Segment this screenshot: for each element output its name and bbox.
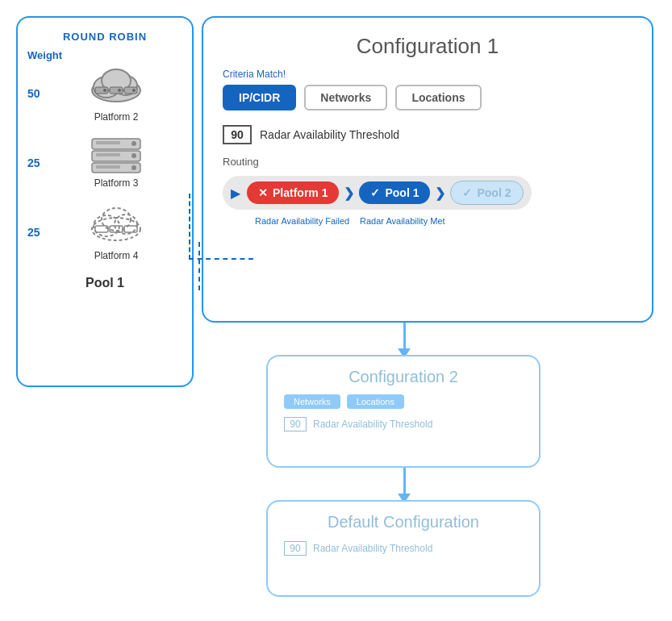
pool-name: Pool 1 bbox=[27, 276, 182, 290]
default-panel: Default Configuration 90 Radar Availabil… bbox=[266, 500, 541, 597]
platform-2-icon-area: Platform 2 bbox=[50, 65, 182, 123]
pool2-label: Pool 2 bbox=[477, 186, 511, 199]
config2-threshold-row: 90 Radar Availability Threshold bbox=[284, 417, 523, 431]
svg-rect-18 bbox=[96, 165, 120, 169]
svg-point-15 bbox=[131, 165, 136, 170]
config2-threshold-label: Radar Availability Threshold bbox=[313, 419, 432, 430]
threshold-value: 90 bbox=[223, 125, 252, 144]
svg-point-7 bbox=[103, 89, 106, 92]
routing-node-pool2: ✓ Pool 2 bbox=[450, 181, 523, 205]
default-threshold-label: Radar Availability Threshold bbox=[313, 543, 432, 554]
routing-node-platform1: ✕ Platform 1 bbox=[247, 181, 339, 204]
default-threshold-row: 90 Radar Availability Threshold bbox=[284, 541, 523, 556]
platform-item-2: 50 bbox=[27, 65, 182, 123]
sublabel-failed: Radar Availability Failed bbox=[255, 216, 352, 226]
criteria-buttons: IP/CIDR Networks Locations bbox=[223, 85, 632, 110]
routing-node-pool1: ✓ Pool 1 bbox=[359, 181, 430, 204]
check1-icon: ✓ bbox=[370, 186, 380, 199]
platform-2-cloud-icon bbox=[84, 65, 148, 108]
routing-label: Routing bbox=[223, 156, 632, 168]
arrow-line-1 bbox=[403, 323, 406, 348]
ip-cidr-button[interactable]: IP/CIDR bbox=[223, 85, 296, 110]
arrow-down-1 bbox=[398, 323, 411, 358]
svg-point-14 bbox=[131, 153, 136, 158]
svg-point-19 bbox=[92, 218, 140, 240]
arrow-line-2 bbox=[403, 468, 406, 494]
config1-panel: Configuration 1 Criteria Match! IP/CIDR … bbox=[202, 16, 653, 323]
check2-icon: ✓ bbox=[462, 186, 472, 199]
connector-vertical-left bbox=[198, 242, 200, 290]
default-title: Default Configuration bbox=[284, 513, 523, 531]
platform-3-label: Platform 3 bbox=[94, 177, 139, 189]
networks-button[interactable]: Networks bbox=[304, 85, 387, 110]
svg-rect-17 bbox=[96, 153, 120, 156]
platform1-label: Platform 1 bbox=[273, 186, 328, 199]
platform-4-weight: 25 bbox=[27, 226, 50, 239]
svg-point-13 bbox=[131, 141, 136, 146]
sublabel-met: Radar Availability Met bbox=[360, 216, 449, 226]
arrow-down-2 bbox=[398, 468, 411, 503]
x-icon: ✕ bbox=[258, 186, 268, 199]
platform-2-label: Platform 2 bbox=[94, 111, 139, 123]
locations-button[interactable]: Locations bbox=[395, 85, 481, 110]
threshold-row: 90 Radar Availability Threshold bbox=[223, 125, 632, 144]
routing-row: ▶ ✕ Platform 1 ❯ ✓ Pool 1 ❯ ✓ Pool 2 bbox=[223, 176, 532, 210]
config2-title: Configuration 2 bbox=[284, 368, 523, 386]
chevron2-icon: ❯ bbox=[435, 185, 445, 201]
svg-point-9 bbox=[132, 89, 136, 92]
config2-panel: Configuration 2 Networks Locations 90 Ra… bbox=[266, 355, 541, 468]
platform-item-4: 25 Platform 4 bbox=[27, 203, 182, 261]
svg-point-8 bbox=[118, 89, 121, 92]
chevron1-icon: ❯ bbox=[344, 185, 354, 201]
platform-3-server-icon bbox=[88, 137, 144, 174]
platform-3-icon-area: Platform 3 bbox=[50, 137, 182, 189]
default-threshold-value: 90 bbox=[284, 541, 307, 556]
platform-item-3: 25 Platform 3 bbox=[27, 137, 182, 189]
svg-rect-25 bbox=[124, 226, 137, 232]
svg-rect-24 bbox=[110, 226, 123, 232]
config2-networks-button[interactable]: Networks bbox=[284, 394, 340, 409]
config1-title: Configuration 1 bbox=[223, 34, 632, 59]
pool-panel: ROUND ROBIN Weight 50 bbox=[16, 16, 194, 387]
diagram-container: ROUND ROBIN Weight 50 bbox=[0, 0, 672, 621]
platform-4-label: Platform 4 bbox=[94, 250, 139, 261]
routing-entry-arrow: ▶ bbox=[231, 185, 240, 201]
criteria-label: Criteria Match! bbox=[223, 69, 632, 80]
platform-4-cloud-icon bbox=[84, 203, 148, 247]
config2-locations-button[interactable]: Locations bbox=[347, 394, 404, 409]
routing-labels: Radar Availability Failed Radar Availabi… bbox=[223, 216, 632, 226]
config2-criteria-buttons: Networks Locations bbox=[284, 394, 523, 409]
platform-3-weight: 25 bbox=[27, 156, 50, 169]
platform-4-icon-area: Platform 4 bbox=[50, 203, 182, 261]
platform-2-weight: 50 bbox=[27, 87, 50, 100]
pool1-label: Pool 1 bbox=[385, 186, 419, 199]
config2-threshold-value: 90 bbox=[284, 417, 307, 431]
svg-rect-16 bbox=[96, 141, 120, 144]
threshold-label: Radar Availability Threshold bbox=[260, 128, 399, 141]
pool-panel-title: ROUND ROBIN bbox=[27, 31, 182, 43]
weight-label: Weight bbox=[27, 49, 182, 61]
